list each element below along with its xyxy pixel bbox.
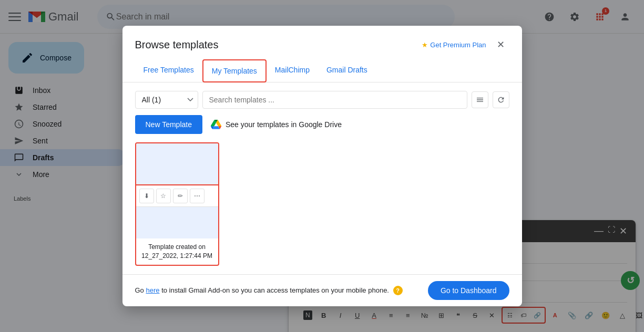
new-template-row: New Template See your templates in Googl… bbox=[135, 115, 509, 134]
premium-label: Get Premium Plan bbox=[430, 41, 486, 49]
gmail-background: Gmail 1 bbox=[0, 0, 644, 332]
modal-header: Browse templates ★ Get Premium Plan ✕ bbox=[122, 26, 522, 53]
template-edit-btn[interactable]: ✏ bbox=[173, 189, 188, 203]
new-template-button[interactable]: New Template bbox=[135, 115, 202, 134]
go-dashboard-button[interactable]: Go to Dashboard bbox=[428, 281, 509, 300]
google-drive-icon bbox=[211, 120, 221, 129]
filter-row: All (1) bbox=[135, 91, 509, 109]
search-templates-input[interactable] bbox=[202, 91, 467, 109]
refresh-button[interactable] bbox=[493, 91, 509, 108]
modal-header-right: ★ Get Premium Plan ✕ bbox=[422, 36, 509, 53]
template-actions: ⬇ ☆ ✏ ⋯ bbox=[136, 185, 218, 207]
modal-footer: Go here to install Gmail Add-on so you c… bbox=[122, 274, 522, 306]
footer-here-link[interactable]: here bbox=[146, 286, 159, 294]
template-scroll-area: ⬇ ☆ ✏ ⋯ Template created on12_27_2022, 1… bbox=[135, 142, 509, 266]
modal-body: All (1) New Template bbox=[122, 82, 522, 274]
modal-overlay: Browse templates ★ Get Premium Plan ✕ Fr… bbox=[0, 0, 644, 332]
template-grid: ⬇ ☆ ✏ ⋯ Template created on12_27_2022, 1… bbox=[135, 142, 507, 266]
template-preview-bottom bbox=[136, 207, 218, 238]
template-star-btn[interactable]: ☆ bbox=[156, 189, 171, 203]
premium-link[interactable]: ★ Get Premium Plan bbox=[422, 41, 486, 49]
template-name: Template created on12_27_2022, 1:27:44 P… bbox=[136, 238, 218, 265]
modal-close-button[interactable]: ✕ bbox=[493, 36, 509, 53]
template-more-btn[interactable]: ⋯ bbox=[190, 189, 205, 203]
footer-go-text: Go bbox=[135, 286, 146, 294]
tab-gmail-drafts[interactable]: Gmail Drafts bbox=[318, 59, 376, 82]
template-preview-top bbox=[136, 143, 218, 185]
footer-help-icon[interactable]: ? bbox=[393, 286, 403, 295]
tab-my-templates[interactable]: My Templates bbox=[202, 59, 267, 82]
google-drive-text: See your templates in Google Drive bbox=[226, 120, 342, 129]
tab-free-templates[interactable]: Free Templates bbox=[135, 59, 202, 82]
google-drive-link[interactable]: See your templates in Google Drive bbox=[211, 120, 342, 129]
template-download-btn[interactable]: ⬇ bbox=[139, 189, 154, 203]
star-icon: ★ bbox=[422, 41, 428, 49]
list-view-button[interactable] bbox=[472, 91, 488, 108]
filter-select[interactable]: All (1) bbox=[135, 91, 198, 109]
template-card[interactable]: ⬇ ☆ ✏ ⋯ Template created on12_27_2022, 1… bbox=[135, 142, 219, 266]
footer-text: Go here to install Gmail Add-on so you c… bbox=[135, 286, 403, 295]
browse-templates-modal: Browse templates ★ Get Premium Plan ✕ Fr… bbox=[122, 26, 522, 306]
tab-mailchimp[interactable]: MailChimp bbox=[267, 59, 318, 82]
modal-title: Browse templates bbox=[135, 39, 219, 51]
tabs: Free Templates My Templates MailChimp Gm… bbox=[122, 59, 522, 82]
footer-after-text: to install Gmail Add-on so you can acces… bbox=[161, 286, 389, 294]
